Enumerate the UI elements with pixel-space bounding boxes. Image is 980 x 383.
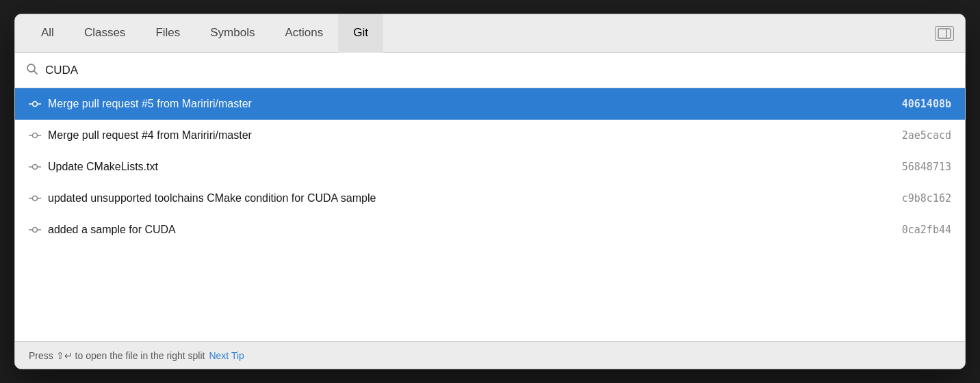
commit-icon	[29, 192, 41, 204]
svg-point-13	[33, 196, 38, 201]
result-hash: c9b8c162	[902, 192, 951, 204]
result-row[interactable]: Merge pull request #5 from Maririri/mast…	[15, 88, 965, 120]
panel-toggle-icon[interactable]	[935, 26, 954, 41]
tab-bar: All Classes Files Symbols Actions Git	[15, 14, 965, 53]
tabs-container: All Classes Files Symbols Actions Git	[26, 14, 935, 52]
svg-point-4	[33, 102, 38, 107]
result-label: Merge pull request #4 from Maririri/mast…	[48, 129, 895, 142]
search-bar	[15, 53, 965, 88]
tab-symbols[interactable]: Symbols	[195, 14, 270, 53]
status-press-text: Press ⇧↵ to open the file in the right s…	[29, 350, 205, 361]
tab-all[interactable]: All	[26, 14, 69, 53]
result-label: updated unsupported toolchains CMake con…	[48, 192, 895, 204]
commit-icon	[29, 161, 41, 173]
tab-git[interactable]: Git	[338, 14, 383, 53]
result-label: Merge pull request #5 from Maririri/mast…	[48, 98, 895, 110]
result-row[interactable]: Update CMakeLists.txt 56848713	[15, 151, 965, 183]
result-hash: 4061408b	[902, 98, 951, 110]
status-bar: Press ⇧↵ to open the file in the right s…	[15, 341, 965, 369]
svg-point-7	[33, 133, 38, 138]
commit-icon	[29, 129, 41, 142]
results-list: Merge pull request #5 from Maririri/mast…	[15, 88, 965, 341]
result-hash: 0ca2fb44	[902, 224, 951, 236]
next-tip-link[interactable]: Next Tip	[209, 350, 244, 361]
result-label: added a sample for CUDA	[48, 224, 895, 236]
result-row[interactable]: updated unsupported toolchains CMake con…	[15, 183, 965, 214]
result-row[interactable]: added a sample for CUDA 0ca2fb44	[15, 214, 965, 246]
search-dialog: All Classes Files Symbols Actions Git	[14, 14, 966, 369]
svg-line-3	[34, 70, 37, 73]
search-input[interactable]	[45, 64, 954, 77]
result-hash: 2ae5cacd	[902, 129, 951, 142]
commit-icon	[29, 98, 41, 110]
tab-actions[interactable]: Actions	[270, 14, 338, 53]
result-row[interactable]: Merge pull request #4 from Maririri/mast…	[15, 120, 965, 151]
commit-icon	[29, 224, 41, 236]
svg-rect-0	[938, 29, 951, 38]
svg-point-16	[33, 228, 38, 233]
tab-classes[interactable]: Classes	[69, 14, 140, 53]
tab-files[interactable]: Files	[140, 14, 195, 53]
result-label: Update CMakeLists.txt	[48, 161, 895, 173]
svg-point-10	[33, 165, 38, 170]
search-icon	[26, 63, 38, 78]
tab-bar-right	[935, 14, 954, 52]
result-hash: 56848713	[902, 161, 951, 173]
